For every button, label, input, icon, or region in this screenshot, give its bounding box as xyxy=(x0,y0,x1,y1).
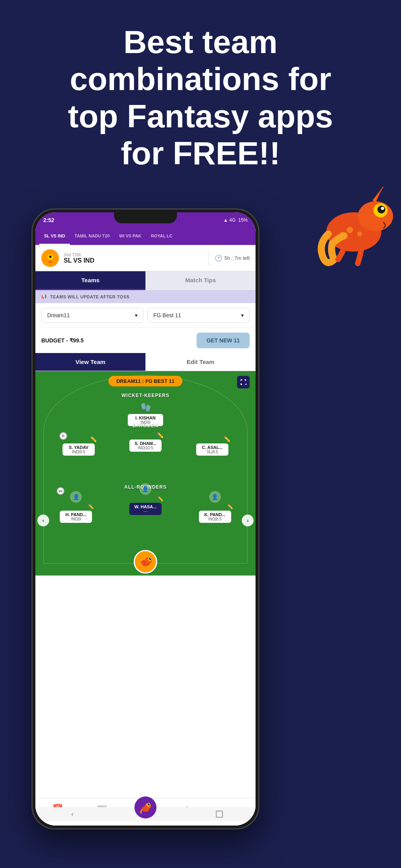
app-filter[interactable]: Dream11 ▾ xyxy=(41,308,143,323)
time-left-text: 5h : 7m left xyxy=(224,255,250,261)
budget-text: BUDGET - ₹99.5 xyxy=(41,337,84,344)
match-tabs-container: SL VS IND TAMIL NADU T20 WI VS PAK ROYAL… xyxy=(35,228,256,245)
bat3-edit-icon: ✏️ xyxy=(224,436,230,442)
ar1-name: H. PAND... xyxy=(64,512,88,517)
svg-point-3 xyxy=(377,206,385,213)
c-badge: C xyxy=(59,432,67,440)
ar2-name: W. HASA... xyxy=(133,504,158,509)
notice-bar: 📢 TEAMS WILL UPDATE AFTER TOSS xyxy=(35,290,256,303)
tab-indicator xyxy=(35,289,256,290)
ar1-edit-icon: ✏️ xyxy=(88,504,94,509)
bat2-edit-icon: ✏️ xyxy=(157,432,164,438)
megaphone-icon: 📢 xyxy=(41,294,47,299)
match-info: 2nd T20I SL VS IND xyxy=(64,252,202,264)
wk-label: WICKET-KEEPERS xyxy=(121,393,169,398)
match-tab-tn20[interactable]: TAMIL NADU T20 xyxy=(70,228,114,245)
wicket-keepers-section: WICKET-KEEPERS 🧤 I. KISHAN IND|9 xyxy=(35,393,256,426)
bat1-name: S. YADAV xyxy=(66,445,91,450)
ar3-card: K. PAND... IND|8.5 xyxy=(199,511,231,523)
back-button[interactable]: ‹ xyxy=(68,810,77,818)
wk-player-name: I. KISHAN xyxy=(132,416,158,420)
cricket-field: DREAM11 : FG BEST 11 WICKET-KEEPERS 🧤 I.… xyxy=(35,371,256,576)
view-edit-tabs: View Team Edit Team xyxy=(35,353,256,371)
ar3-edit-icon: ✏️ xyxy=(227,504,233,509)
ar3-icon: 👤 xyxy=(209,491,221,503)
fullscreen-icon[interactable] xyxy=(237,376,250,388)
recent-button[interactable] xyxy=(216,811,223,818)
match-tab-royal[interactable]: ROYAL LC xyxy=(146,228,177,245)
ar3-meta: IND|8.5 xyxy=(203,517,227,521)
tab-indicator-bar xyxy=(35,289,145,290)
lineup-circle xyxy=(134,796,156,818)
team-badge: DREAM11 : FG BEST 11 xyxy=(109,376,182,386)
bat2-card: S. DHAW... IND|10.5 xyxy=(129,440,162,452)
batsman-1: C ✏️ S. YADAV IND|9.5 xyxy=(63,436,95,456)
hero-text: Best team combinations for top Fantasy a… xyxy=(24,24,377,172)
bat3-name: C. ASAL... xyxy=(200,445,224,450)
vc-badge: VC xyxy=(57,487,64,495)
notice-text: TEAMS WILL UPDATE AFTER TOSS xyxy=(50,294,130,299)
bat1-meta: IND|9.5 xyxy=(66,450,91,454)
section-tabs: Teams Match Tips xyxy=(35,271,256,289)
match-divider xyxy=(208,250,209,266)
ar2-meta: — xyxy=(133,509,158,513)
svg-point-10 xyxy=(49,256,52,258)
app-content: SL VS IND TAMIL NADU T20 WI VS PAK ROYAL… xyxy=(35,228,256,826)
team-filter[interactable]: FG Best 11 ▾ xyxy=(147,308,250,323)
wk-icon: 🧤 xyxy=(140,402,151,412)
bat3-meta: SL|8.5 xyxy=(200,450,224,454)
match-header: 2nd T20I SL VS IND 🕐 5h : 7m left xyxy=(35,245,256,271)
ar1-meta: IND|9 xyxy=(64,517,88,521)
svg-point-21 xyxy=(149,804,150,805)
svg-point-11 xyxy=(48,261,53,263)
hero-section: Best team combinations for top Fantasy a… xyxy=(24,24,377,172)
chameleon-logo-field xyxy=(134,550,157,574)
nav-arrow-right[interactable]: › xyxy=(242,515,254,526)
bat-label: BATSMEN xyxy=(35,423,256,428)
ar1-card: H. PAND... IND|9 xyxy=(60,511,92,523)
ar1-icon: 👤 xyxy=(70,491,82,503)
status-time: 2:52 xyxy=(43,217,54,223)
bat2-name: S. DHAW... xyxy=(133,441,158,446)
match-teams: SL VS IND xyxy=(64,257,202,264)
match-round: 2nd T20I xyxy=(64,252,202,257)
filter-row: Dream11 ▾ FG Best 11 ▾ xyxy=(35,303,256,328)
batsman-3: ✏️ C. ASAL... SL|8.5 xyxy=(196,436,228,456)
svg-point-5 xyxy=(347,227,353,233)
svg-point-7 xyxy=(340,232,344,236)
edit-team-tab[interactable]: Edit Team xyxy=(145,353,256,371)
batsmen-section: BATSMEN C ✏️ S. YADAV IND|9.5 xyxy=(35,430,256,456)
phone-inner: 2:52 ▲ 4G 15% SL VS IND TAMIL NADU T20 W… xyxy=(35,212,256,826)
svg-point-4 xyxy=(381,207,384,210)
ar2-edit-icon: ✏️ xyxy=(158,496,164,502)
phone-notch xyxy=(114,212,177,223)
match-logo xyxy=(41,249,59,267)
bat1-edit-icon: ✏️ xyxy=(90,436,97,442)
svg-point-16 xyxy=(150,557,151,559)
ar3-name: K. PAND... xyxy=(203,512,227,517)
match-tab-sl-ind[interactable]: SL VS IND xyxy=(39,228,70,245)
match-time: 🕐 5h : 7m left xyxy=(215,254,250,262)
ar-1: VC 👤 ✏️ H. PAND... IND|9 xyxy=(60,491,92,523)
status-icons: ▲ 4G 15% xyxy=(223,217,248,223)
svg-point-6 xyxy=(357,232,362,236)
bat3-card: C. ASAL... SL|8.5 xyxy=(196,443,228,456)
ar-3: 👤 ✏️ K. PAND... IND|8.5 xyxy=(199,491,231,523)
bat1-card: S. YADAV IND|9.5 xyxy=(63,443,95,456)
teams-tab[interactable]: Teams xyxy=(35,271,145,289)
nav-arrow-left[interactable]: ‹ xyxy=(37,515,49,526)
ar2-icon: 👤 xyxy=(140,483,151,495)
chameleon-decoration xyxy=(315,165,393,277)
ar-2: 👤 ✏️ W. HASA... — xyxy=(129,483,162,515)
all-rounders-section: VC 👤 ✏️ H. PAND... IND|9 👤 ✏️ W. HA xyxy=(35,491,256,523)
view-team-tab[interactable]: View Team xyxy=(35,353,145,371)
batsman-2: ✏️ S. DHAW... IND|10.5 xyxy=(129,432,162,452)
budget-row: BUDGET - ₹99.5 GET NEW 11 xyxy=(35,328,256,353)
match-tab-wi-pak[interactable]: WI VS PAK xyxy=(114,228,146,245)
bat2-meta: IND|10.5 xyxy=(133,446,158,450)
get-new-button[interactable]: GET NEW 11 xyxy=(197,333,250,348)
phone-frame: 2:52 ▲ 4G 15% SL VS IND TAMIL NADU T20 W… xyxy=(31,208,259,829)
ar2-card: W. HASA... — xyxy=(129,503,162,515)
match-tips-tab[interactable]: Match Tips xyxy=(145,271,256,289)
